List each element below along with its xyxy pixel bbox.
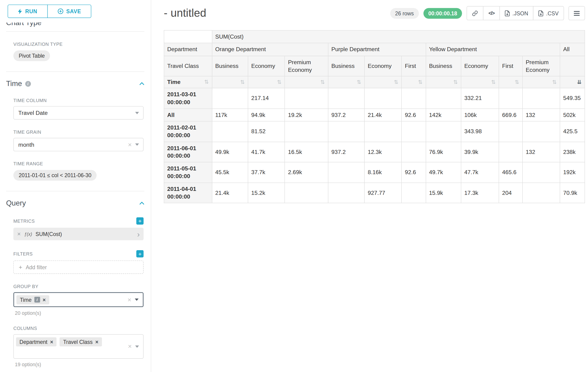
sort-icon[interactable]: ⇅ [515, 79, 519, 86]
run-button[interactable]: RUN [8, 5, 48, 18]
export-csv-label: .CSV [546, 10, 559, 16]
pivot-row-header: 2011-03-01 00:00:00 [164, 88, 212, 109]
pivot-cell: 19.2k [285, 109, 328, 121]
chevron-down-icon [135, 345, 139, 348]
chevron-up-icon[interactable] [139, 202, 144, 205]
time-grain-select[interactable]: month × [13, 138, 143, 151]
sort-icon[interactable]: ⇅ [240, 79, 245, 86]
sort-icon[interactable]: ⇅ [491, 79, 495, 86]
time-section-header[interactable]: Time i [6, 80, 144, 88]
column-sort-header[interactable]: ⇅ [499, 76, 523, 88]
column-header: Economy [461, 56, 499, 76]
column-sort-header[interactable]: ⇅ [285, 76, 328, 88]
remove-tag-icon[interactable]: × [42, 297, 46, 302]
pivot-cell: 94.9k [248, 109, 285, 121]
pivot-cell: 132 [523, 109, 560, 121]
chart-area: - untitled 26 rows 00:00:00.18 </> .JSON [151, 0, 588, 372]
control-panel-sidebar: RUN SAVE Chart Type VISUALIZATION TYPE P… [0, 0, 151, 372]
clear-icon[interactable]: × [128, 297, 131, 303]
pivot-cell: 332.21 [461, 88, 499, 109]
sort-icon[interactable]: ⇅ [321, 79, 325, 86]
remove-tag-icon[interactable]: × [50, 339, 53, 345]
sort-icon[interactable]: ⇅ [394, 79, 398, 86]
column-sort-header[interactable]: ⇅ [523, 76, 560, 88]
add-metric-button[interactable]: + [136, 217, 143, 225]
column-header: First [402, 56, 426, 76]
add-filter-plus-button[interactable]: + [136, 250, 143, 257]
columns-tag[interactable]: Travel Class × [60, 337, 102, 346]
pivot-cell [499, 142, 523, 162]
column-sort-header[interactable]: ⇊ [560, 76, 585, 88]
embed-code-button[interactable]: </> [483, 6, 500, 20]
pivot-cell [499, 121, 523, 142]
pivot-cell: 549.35 [560, 88, 585, 109]
column-sort-header[interactable]: ⇅ [426, 76, 461, 88]
sort-icon[interactable]: ⇅ [357, 79, 361, 86]
pivot-cell: 343.98 [461, 121, 499, 142]
pivot-cell [285, 121, 328, 142]
export-button-group: </> .JSON .CSV [467, 6, 564, 20]
time-column-select[interactable]: Travel Date [13, 106, 143, 120]
sort-desc-icon[interactable]: ⇊ [577, 79, 581, 86]
time-sort-header[interactable]: Time⇅ [164, 76, 212, 88]
pivot-cell: 37.7k [248, 162, 285, 182]
column-header: Business [328, 56, 364, 76]
table-row: 2011-04-01 00:00:0021.4k15.2k927.7715.9k… [164, 182, 585, 203]
pivot-cell: 204 [499, 182, 523, 203]
group-by-tag-label: Time [20, 297, 31, 303]
table-row: All117k94.9k19.2k937.221.4k92.6142k106k6… [164, 109, 585, 121]
sort-icon[interactable]: ⇅ [204, 78, 209, 85]
add-filter-button[interactable]: + Add filter [13, 260, 143, 274]
query-section-header[interactable]: Query [6, 199, 144, 207]
remove-tag-icon[interactable]: × [95, 339, 98, 345]
sort-icon[interactable]: ⇅ [418, 79, 422, 86]
columns-select[interactable]: Department × Travel Class × × [13, 334, 143, 359]
pivot-cell [402, 142, 426, 162]
group-by-option-count: 20 option(s) [15, 310, 144, 316]
pivot-cell: 45.5k [212, 162, 248, 182]
export-json-button[interactable]: .JSON [499, 6, 534, 20]
chevron-up-icon[interactable] [139, 82, 144, 85]
table-row: 2011-02-01 00:00:0081.52343.98425.5 [164, 121, 585, 142]
clear-icon[interactable]: × [128, 343, 132, 350]
column-sort-header[interactable]: ⇅ [212, 76, 248, 88]
time-range-value[interactable]: 2011-01-01 ≤ col < 2011-06-30 [13, 170, 97, 181]
export-csv-button[interactable]: .CSV [533, 6, 564, 20]
group-by-select[interactable]: Time i × × [13, 292, 143, 307]
column-sort-header[interactable]: ⇅ [402, 76, 426, 88]
column-sort-header[interactable]: ⇅ [461, 76, 499, 88]
save-button[interactable]: SAVE [47, 5, 91, 18]
chart-title[interactable]: - untitled [164, 7, 206, 20]
copy-link-button[interactable] [467, 6, 483, 20]
column-sort-header[interactable]: ⇅ [364, 76, 402, 88]
columns-tag[interactable]: Department × [16, 337, 57, 346]
remove-metric-icon[interactable]: × [17, 231, 21, 237]
group-by-tag[interactable]: Time i × [17, 295, 49, 304]
column-header: Business [212, 56, 248, 76]
explore-page: RUN SAVE Chart Type VISUALIZATION TYPE P… [0, 0, 588, 372]
sort-icon[interactable]: ⇅ [552, 79, 557, 86]
clear-icon[interactable]: × [128, 141, 132, 148]
query-section-title: Query [6, 199, 26, 207]
group-by-label: GROUP BY [13, 284, 143, 289]
pivot-cell: 937.2 [328, 109, 364, 121]
pivot-cell: 117k [212, 109, 248, 121]
sort-icon[interactable]: ⇅ [277, 79, 282, 86]
chevron-down-icon [135, 112, 139, 114]
chart-menu-button[interactable] [568, 6, 585, 20]
visualization-type-value[interactable]: Pivot Table [13, 51, 50, 61]
metric-item[interactable]: × ƒ(x) SUM(Cost) › [13, 228, 143, 240]
query-timer-badge: 00:00:00.18 [423, 8, 462, 19]
columns-option-count: 19 option(s) [15, 362, 144, 368]
pivot-row-header: 2011-05-01 00:00:00 [164, 162, 212, 182]
column-sort-header[interactable]: ⇅ [248, 76, 285, 88]
column-sort-header[interactable]: ⇅ [328, 76, 364, 88]
sort-icon[interactable]: ⇅ [453, 79, 458, 86]
pivot-cell [212, 121, 248, 142]
divider [6, 32, 144, 32]
row-dimension-header: Travel Class [164, 56, 212, 76]
divider [6, 191, 144, 191]
pivot-cell: 106k [461, 109, 499, 121]
file-export-icon [505, 10, 510, 16]
add-filter-label: Add filter [26, 264, 47, 270]
